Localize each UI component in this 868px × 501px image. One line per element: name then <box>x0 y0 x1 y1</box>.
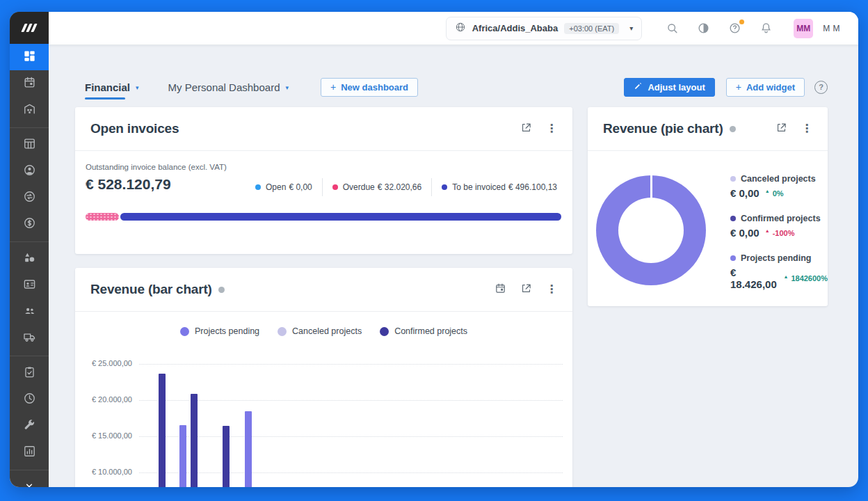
adjust-layout-button[interactable]: Adjust layout <box>624 78 714 97</box>
plus-icon: + <box>330 82 336 92</box>
team-icon <box>23 304 36 320</box>
caret-down-icon: ▾ <box>629 24 633 32</box>
chevron-down-icon <box>24 480 35 487</box>
sidebar-item-finance[interactable] <box>10 211 49 237</box>
invoice-progress-bar <box>86 213 561 221</box>
tab-my-personal-dashboard[interactable]: My Personal Dashboard ▾ <box>168 74 289 100</box>
legend-dot <box>730 216 736 221</box>
sidebar-item-logistics[interactable] <box>10 325 49 351</box>
sidebar-item-table-columns[interactable] <box>10 132 49 158</box>
timezone-selector[interactable]: Africa/Addis_Ababa +03:00 (EAT) ▾ <box>446 17 643 40</box>
dollar-circle-icon <box>23 216 36 232</box>
avatar[interactable]: MM <box>794 19 813 38</box>
revenue-bar-widget: Revenue (bar chart) ⋮ Projects pending C… <box>75 268 572 487</box>
notification-dot <box>739 19 744 24</box>
search-icon[interactable] <box>666 22 679 35</box>
open-external-icon[interactable] <box>775 122 787 136</box>
pie-legend: Canceled projects € 0,00▲0% Confirmed pr… <box>730 174 828 290</box>
legend-dot <box>255 184 261 190</box>
contact-person-icon <box>23 164 36 180</box>
gridline <box>139 364 563 365</box>
sidebar-item-sync[interactable] <box>10 184 49 211</box>
sidebar-divider <box>10 351 49 360</box>
app-window: Africa/Addis_Ababa +03:00 (EAT) ▾ MM M M… <box>10 12 858 487</box>
kebab-menu-icon[interactable]: ⋮ <box>546 123 557 134</box>
widget-title: Revenue (pie chart) <box>603 121 723 136</box>
topbar: Africa/Addis_Ababa +03:00 (EAT) ▾ MM M M <box>49 12 858 45</box>
bar-chart-legend: Projects pending Canceled projects Confi… <box>75 326 572 336</box>
sidebar-item-products[interactable] <box>10 246 49 272</box>
sidebar-item-team[interactable] <box>10 299 49 325</box>
tab-label: My Personal Dashboard <box>168 81 280 93</box>
table-columns-icon <box>23 137 36 153</box>
open-external-icon[interactable] <box>520 122 532 136</box>
dashboard-grid-icon <box>23 49 36 65</box>
app-screenshot: { "colors": { "frame_blue": "#1778f2", "… <box>0 0 868 501</box>
change-percent: -100% <box>773 229 795 237</box>
plus-icon: + <box>736 82 741 92</box>
y-axis-tick-label: € 25.000,00 <box>86 359 132 367</box>
open-invoices-widget: Open invoices ⋮ Outstanding invoice bala… <box>75 107 572 254</box>
caret-down-icon[interactable]: ▾ <box>285 83 289 91</box>
bell-icon[interactable] <box>760 22 773 35</box>
sidebar-item-dashboard[interactable] <box>10 44 49 70</box>
open-external-icon[interactable] <box>520 283 532 297</box>
sidebar-item-tasks[interactable] <box>10 360 49 386</box>
sync-arrows-icon <box>23 190 36 206</box>
y-axis-tick-label: € 15.000,00 <box>86 431 132 440</box>
info-icon[interactable] <box>730 126 736 132</box>
kebab-menu-icon[interactable]: ⋮ <box>801 123 812 134</box>
new-dashboard-button[interactable]: + New dashboard <box>321 78 418 97</box>
brand-logo[interactable] <box>10 12 49 44</box>
sidebar-item-contact-card[interactable] <box>10 272 49 299</box>
progress-segment-to-be-invoiced <box>120 213 561 221</box>
legend-dot <box>730 176 736 182</box>
page-help-icon[interactable]: ? <box>814 81 828 94</box>
date-range-calendar-icon[interactable] <box>495 283 506 297</box>
sidebar-item-warehouse[interactable] <box>10 97 49 123</box>
widget-title: Open invoices <box>90 121 179 136</box>
wrench-icon <box>23 418 36 434</box>
add-widget-button[interactable]: + Add widget <box>726 78 805 97</box>
widget-title: Revenue (bar chart) <box>90 282 212 297</box>
clipboard-check-icon <box>23 365 36 381</box>
change-percent: 0% <box>773 189 784 198</box>
y-axis-tick-label: € 10.000,00 <box>86 468 132 476</box>
legend-dot <box>380 327 389 336</box>
legend-item-confirmed-projects: Confirmed projects <box>380 326 467 336</box>
sidebar-item-contacts[interactable] <box>10 158 49 184</box>
pencil-icon <box>634 81 643 93</box>
change-percent: 1842600% <box>791 274 828 283</box>
sidebar-item-time-tracking[interactable] <box>10 386 49 413</box>
dashboard-content: Financial ▾ My Personal Dashboard ▾ + Ne… <box>49 45 858 487</box>
timezone-offset-badge: +03:00 (EAT) <box>564 23 619 34</box>
globe-icon <box>455 22 466 35</box>
legend-dot <box>180 327 189 336</box>
bar-confirmed-projects <box>223 426 230 487</box>
invoice-legend: Open€ 0,00 Overdue€ 32.020,66 To be invo… <box>255 178 557 196</box>
info-icon[interactable] <box>218 287 225 293</box>
balance-value: € 528.120,79 <box>86 176 227 193</box>
kebab-menu-icon[interactable]: ⋮ <box>546 284 557 295</box>
shapes-icon <box>23 251 36 267</box>
legend-dot <box>730 255 736 261</box>
contrast-icon[interactable] <box>697 22 710 35</box>
bar-confirmed-projects <box>191 394 198 487</box>
legend-dot <box>332 184 338 190</box>
sidebar-divider <box>10 237 49 246</box>
sidebar-item-statistics[interactable] <box>10 439 49 466</box>
clock-icon <box>23 392 36 408</box>
legend-item-canceled-projects: Canceled projects <box>278 326 362 336</box>
sidebar-item-calendar[interactable] <box>10 70 49 97</box>
gridline <box>139 400 563 401</box>
legend-dot <box>442 184 447 190</box>
calendar-icon <box>23 76 36 92</box>
tab-financial[interactable]: Financial ▾ <box>85 74 139 100</box>
help-icon[interactable] <box>728 22 741 35</box>
balance-label: Outstanding invoice balance (excl. VAT) <box>86 163 227 171</box>
change-caret-icon: ▲ <box>765 189 770 193</box>
legend-dot <box>278 327 287 336</box>
sidebar-collapse[interactable] <box>10 474 49 487</box>
sidebar-item-tools[interactable] <box>10 413 49 439</box>
caret-down-icon[interactable]: ▾ <box>136 83 139 91</box>
